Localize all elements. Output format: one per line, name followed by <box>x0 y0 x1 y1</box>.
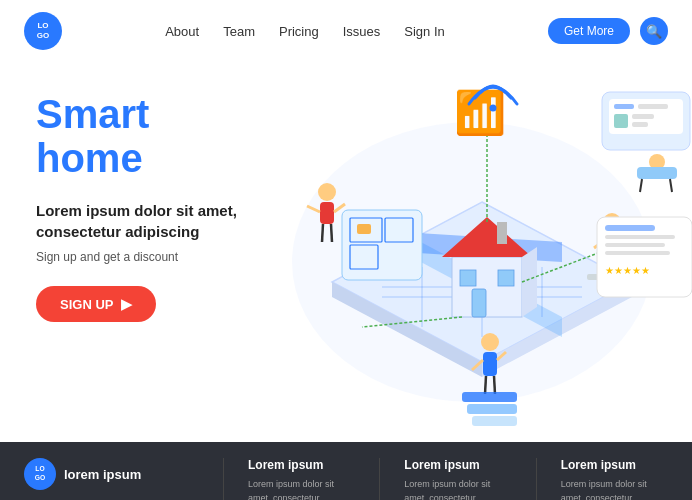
main-section: Smart home Lorem ipsum dolor sit amet, c… <box>0 62 692 442</box>
svg-rect-16 <box>497 222 507 244</box>
svg-rect-30 <box>632 114 654 119</box>
footer-col-2-text: Lorem ipsum dolor sit amet, consectetur … <box>404 478 511 500</box>
svg-point-24 <box>490 105 497 112</box>
footer-brand-name: lorem ipsum <box>64 467 141 482</box>
nav-signin[interactable]: Sign In <box>404 24 444 39</box>
get-more-button[interactable]: Get More <box>548 18 630 44</box>
header-actions: Get More 🔍 <box>548 17 668 45</box>
svg-rect-19 <box>472 289 486 317</box>
svg-rect-17 <box>460 270 476 286</box>
nav: About Team Pricing Issues Sign In <box>165 24 445 39</box>
logo[interactable]: LO GO <box>24 12 62 50</box>
svg-rect-61 <box>605 251 670 255</box>
svg-rect-27 <box>614 104 634 109</box>
svg-rect-60 <box>605 243 665 247</box>
arrow-icon: ▶ <box>121 296 132 312</box>
svg-rect-63 <box>462 392 517 402</box>
svg-text:LO: LO <box>37 21 48 30</box>
footer-col-2-title: Lorem ipsum <box>404 458 511 472</box>
svg-point-42 <box>481 333 499 351</box>
footer-col-3: Lorem ipsum Lorem ipsum dolor sit amet, … <box>561 458 668 500</box>
nav-team[interactable]: Team <box>223 24 255 39</box>
svg-line-35 <box>670 179 672 192</box>
svg-text:★★★★★: ★★★★★ <box>605 265 650 276</box>
svg-text:GO: GO <box>37 31 49 40</box>
svg-line-47 <box>494 376 495 394</box>
wifi-display: 📶 <box>454 88 507 138</box>
svg-rect-14 <box>452 257 522 317</box>
svg-rect-43 <box>483 352 497 376</box>
svg-point-36 <box>318 183 336 201</box>
svg-rect-33 <box>637 167 677 179</box>
svg-line-46 <box>485 376 486 394</box>
svg-rect-37 <box>320 202 334 224</box>
hero-content: Smart home Lorem ipsum dolor sit amet, c… <box>0 62 280 442</box>
svg-rect-65 <box>472 416 517 426</box>
hero-description: Sign up and get a discount <box>36 250 250 264</box>
nav-about[interactable]: About <box>165 24 199 39</box>
svg-text:GO: GO <box>35 474 45 481</box>
signup-button[interactable]: SIGN UP ▶ <box>36 286 156 322</box>
svg-rect-70 <box>357 224 371 234</box>
svg-rect-29 <box>614 114 628 128</box>
footer-col-3-title: Lorem ipsum <box>561 458 668 472</box>
header: LO GO About Team Pricing Issues Sign In … <box>0 0 692 62</box>
svg-text:LO: LO <box>35 465 44 472</box>
svg-marker-20 <box>522 247 537 317</box>
footer-divider-2 <box>379 458 380 500</box>
footer-brand: LO GO lorem ipsum Lorem ipsum dolor sit … <box>24 458 199 500</box>
svg-rect-58 <box>605 225 655 231</box>
nav-issues[interactable]: Issues <box>343 24 381 39</box>
logo-icon: LO GO <box>24 12 62 50</box>
svg-rect-59 <box>605 235 675 239</box>
footer-col-1-text: Lorem ipsum dolor sit amet, consectetur … <box>248 478 355 500</box>
illustration-svg: 📶 <box>242 62 692 442</box>
search-icon: 🔍 <box>646 24 662 39</box>
footer-col-1: Lorem ipsum Lorem ipsum dolor sit amet, … <box>248 458 355 500</box>
svg-line-41 <box>331 224 332 242</box>
footer-logo-row: LO GO lorem ipsum <box>24 458 199 490</box>
svg-rect-31 <box>632 122 648 127</box>
footer-divider-1 <box>223 458 224 500</box>
footer-col-1-title: Lorem ipsum <box>248 458 355 472</box>
hero-title: Smart home <box>36 92 250 180</box>
svg-rect-28 <box>638 104 668 109</box>
footer-col-3-text: Lorem ipsum dolor sit amet, consectetur … <box>561 478 668 500</box>
search-button[interactable]: 🔍 <box>640 17 668 45</box>
nav-pricing[interactable]: Pricing <box>279 24 319 39</box>
footer-col-2: Lorem ipsum Lorem ipsum dolor sit amet, … <box>404 458 511 500</box>
footer: LO GO lorem ipsum Lorem ipsum dolor sit … <box>0 442 692 500</box>
hero-subtitle: Lorem ipsum dolor sit amet, consectetur … <box>36 200 250 242</box>
illustration: 📶 <box>242 62 692 442</box>
svg-rect-64 <box>467 404 517 414</box>
footer-divider-3 <box>536 458 537 500</box>
footer-logo-icon: LO GO <box>24 458 56 490</box>
svg-line-40 <box>322 224 323 242</box>
svg-rect-18 <box>498 270 514 286</box>
signup-label: SIGN UP <box>60 297 113 312</box>
svg-line-34 <box>640 179 642 192</box>
